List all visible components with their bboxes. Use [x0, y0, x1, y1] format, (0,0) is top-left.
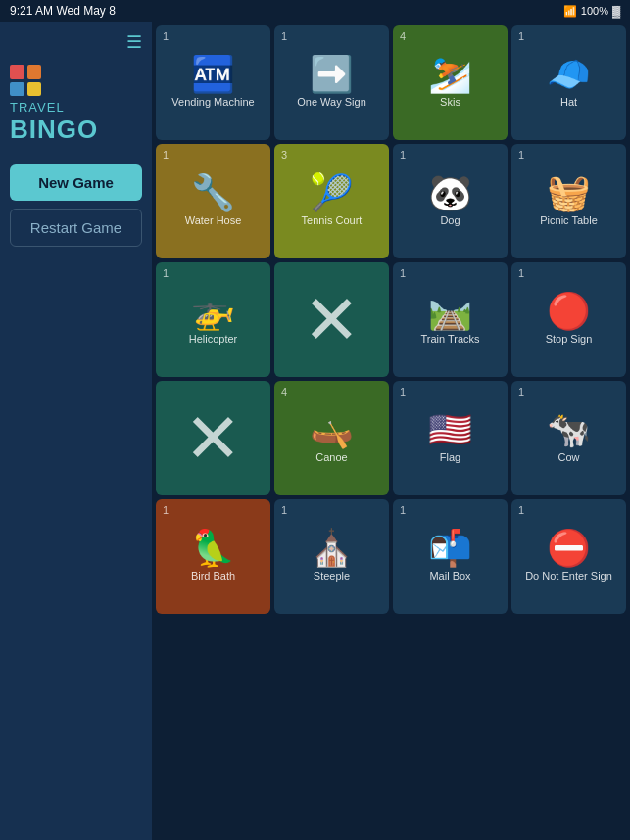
cell-bird-bath[interactable]: 1🦜Bird Bath: [156, 499, 270, 614]
menu-icon[interactable]: ☰: [126, 31, 142, 53]
cell-count: 1: [400, 149, 406, 161]
cell-skis[interactable]: 4⛷️Skis: [393, 25, 508, 140]
cell-count: 1: [518, 149, 524, 161]
cell-count: 4: [400, 30, 406, 42]
cell-count: 1: [518, 386, 524, 397]
cell-count: 1: [400, 386, 406, 397]
battery-bar: ▓: [612, 5, 620, 17]
logo-sq-yellow: [27, 82, 42, 97]
cell-emoji: 🧺: [547, 175, 591, 210]
sidebar: ☰ TRAVEL BINGO New Game Restart Game: [0, 22, 152, 840]
cell-stop-sign[interactable]: 1🔴Stop Sign: [511, 262, 626, 377]
cell-label: Mail Box: [425, 570, 474, 583]
cell-emoji: 🎾: [310, 175, 354, 210]
battery-icon: 100%: [581, 5, 608, 17]
cell-emoji: 🔴: [547, 294, 591, 329]
cell-label: Helicopter: [185, 333, 242, 346]
cell-count: 1: [163, 504, 169, 516]
cell-emoji: ⛪: [310, 531, 354, 566]
logo-sq-orange: [27, 65, 42, 79]
cell-count: 1: [518, 504, 524, 516]
cell-emoji: ⛔: [547, 531, 591, 566]
cell-count: 1: [518, 267, 524, 279]
cell-emoji: 🛤️: [428, 294, 472, 329]
cell-count: 3: [281, 149, 287, 161]
cell-label: Bird Bath: [187, 570, 239, 583]
cell-label: Flag: [436, 451, 464, 464]
cell-label: Steeple: [310, 570, 354, 583]
cell-water-hose[interactable]: 1🔧Water Hose: [156, 144, 270, 258]
x-mark: ✕: [303, 286, 361, 354]
restart-game-button[interactable]: Restart Game: [10, 209, 142, 247]
cell-crossed-2[interactable]: ✕: [156, 381, 270, 495]
logo-squares: [10, 65, 41, 96]
x-overlay: ✕: [156, 381, 270, 495]
cell-crossed-1[interactable]: ✕: [274, 262, 389, 377]
cell-dog[interactable]: 1🐼Dog: [393, 144, 508, 258]
cell-helicopter[interactable]: 1🚁Helicopter: [156, 262, 270, 377]
wifi-icon: 📶: [563, 5, 577, 18]
cell-label: One Way Sign: [293, 96, 370, 109]
bingo-grid: 1🏧Vending Machine1➡️One Way Sign4⛷️Skis1…: [156, 25, 626, 614]
cell-emoji: 🛶: [310, 412, 354, 447]
cell-count: 1: [400, 267, 406, 279]
cell-steeple[interactable]: 1⛪Steeple: [274, 499, 389, 614]
cell-emoji: 🧢: [547, 57, 591, 92]
cell-emoji: 🇺🇸: [428, 412, 472, 447]
cell-label: Canoe: [312, 451, 351, 464]
cell-emoji: 🏧: [191, 57, 235, 92]
cell-emoji: ⛷️: [428, 57, 472, 92]
cell-label: Water Hose: [181, 214, 246, 227]
cell-canoe[interactable]: 4🛶Canoe: [274, 381, 389, 495]
cell-hat[interactable]: 1🧢Hat: [511, 25, 626, 140]
cell-label: Train Tracks: [416, 333, 483, 346]
cell-one-way-sign[interactable]: 1➡️One Way Sign: [274, 25, 389, 140]
status-time: 9:21 AM Wed May 8: [10, 4, 116, 18]
new-game-button[interactable]: New Game: [10, 164, 142, 201]
cell-label: Skis: [436, 96, 464, 109]
cell-count: 1: [518, 30, 524, 42]
cell-label: Stop Sign: [542, 333, 597, 346]
cell-emoji: 📬: [428, 531, 472, 566]
cell-count: 1: [281, 30, 287, 42]
cell-emoji: ➡️: [310, 57, 354, 92]
bingo-grid-area: 1🏧Vending Machine1➡️One Way Sign4⛷️Skis1…: [152, 22, 630, 840]
cell-emoji: 🐄: [547, 412, 591, 447]
cell-count: 1: [163, 149, 169, 161]
cell-vending-machine[interactable]: 1🏧Vending Machine: [156, 25, 270, 140]
x-overlay: ✕: [274, 262, 389, 377]
cell-flag[interactable]: 1🇺🇸Flag: [393, 381, 508, 495]
x-mark: ✕: [184, 404, 242, 473]
cell-cow[interactable]: 1🐄Cow: [511, 381, 626, 495]
cell-count: 4: [281, 386, 287, 397]
cell-count: 1: [163, 267, 169, 279]
cell-picnic-table[interactable]: 1🧺Picnic Table: [511, 144, 626, 258]
cell-label: Picnic Table: [536, 214, 602, 227]
cell-emoji: 🔧: [191, 175, 235, 210]
cell-tennis-court[interactable]: 3🎾Tennis Court: [274, 144, 389, 258]
cell-count: 1: [163, 30, 169, 42]
status-bar: 9:21 AM Wed May 8 📶 100% ▓: [0, 0, 630, 22]
cell-label: Tennis Court: [298, 214, 366, 227]
cell-emoji: 🐼: [428, 175, 472, 210]
cell-label: Vending Machine: [168, 96, 258, 109]
cell-label: Cow: [554, 451, 583, 464]
cell-do-not-enter[interactable]: 1⛔Do Not Enter Sign: [511, 499, 626, 614]
cell-count: 1: [400, 504, 406, 516]
cell-label: Do Not Enter Sign: [521, 570, 616, 583]
cell-mail-box[interactable]: 1📬Mail Box: [393, 499, 508, 614]
status-icons: 📶 100% ▓: [563, 5, 620, 18]
cell-emoji: 🦜: [191, 531, 235, 566]
logo-sq-red: [10, 65, 24, 79]
cell-count: 1: [281, 504, 287, 516]
logo-bingo: BINGO: [10, 115, 142, 145]
cell-train-tracks[interactable]: 1🛤️Train Tracks: [393, 262, 508, 377]
logo-travel: TRAVEL: [10, 100, 142, 115]
cell-label: Hat: [557, 96, 581, 109]
cell-emoji: 🚁: [191, 294, 235, 329]
cell-label: Dog: [436, 214, 463, 227]
logo-sq-blue: [10, 82, 24, 97]
